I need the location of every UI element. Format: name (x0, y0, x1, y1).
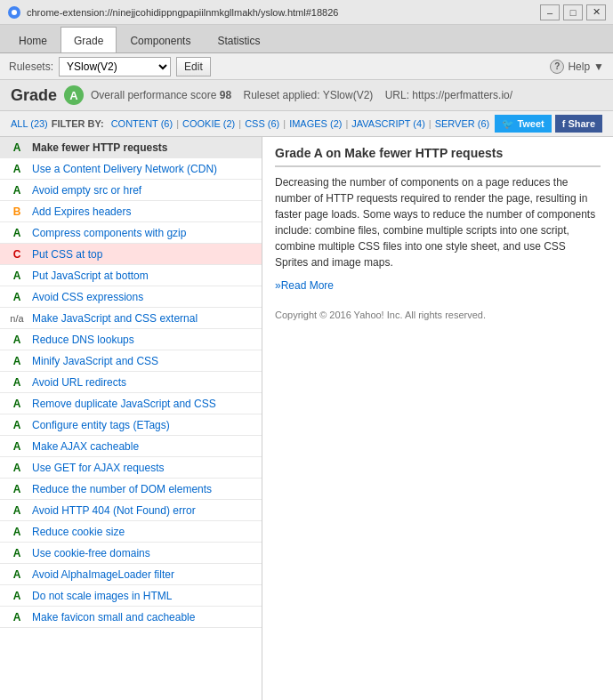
filter-by-label: FILTER BY: (52, 118, 104, 129)
rule-name-2[interactable]: Avoid empty src or href (32, 184, 141, 197)
rule-item-15[interactable]: A Use GET for AJAX requests (0, 457, 262, 479)
rule-name-22[interactable]: Make favicon small and cacheable (32, 611, 195, 624)
tab-components[interactable]: Components (117, 28, 204, 52)
rule-name-15[interactable]: Use GET for AJAX requests (32, 462, 165, 474)
grade-title: Grade (11, 86, 57, 105)
maximize-button[interactable]: □ (563, 4, 583, 20)
share-label: Share (568, 118, 595, 129)
main-content: A Make fewer HTTP requests A Use a Conte… (0, 137, 613, 700)
rule-name-3[interactable]: Add Expires headers (32, 205, 131, 218)
rule-item-18[interactable]: A Reduce cookie size (0, 521, 262, 543)
rule-name-12[interactable]: Remove duplicate JavaScript and CSS (32, 398, 216, 410)
close-button[interactable]: ✕ (586, 4, 606, 20)
rule-name-7[interactable]: Avoid CSS expressions (32, 291, 143, 303)
grade-badge: A (64, 85, 84, 105)
help-area: ? Help ▼ (550, 60, 604, 74)
rule-name-8[interactable]: Make JavaScript and CSS external (32, 312, 198, 325)
rule-name-19[interactable]: Use cookie-free domains (32, 547, 150, 559)
rule-grade-16: A (7, 483, 27, 495)
rule-name-5[interactable]: Put CSS at top (32, 248, 102, 261)
rule-name-6[interactable]: Put JavaScript at bottom (32, 270, 149, 282)
rule-item-5[interactable]: C Put CSS at top (0, 244, 262, 265)
rule-grade-21: A (7, 590, 27, 602)
filter-server[interactable]: SERVER (6) (435, 118, 490, 129)
rule-item-11[interactable]: A Avoid URL redirects (0, 372, 262, 393)
rule-name-4[interactable]: Compress components with gzip (32, 227, 186, 239)
share-button[interactable]: f Share (555, 115, 602, 133)
detail-title: Grade A on Make fewer HTTP requests (275, 146, 601, 167)
rule-item-17[interactable]: A Avoid HTTP 404 (Not Found) error (0, 500, 262, 521)
grade-header: Grade A Overall performance score 98 Rul… (0, 80, 613, 111)
rule-item-12[interactable]: A Remove duplicate JavaScript and CSS (0, 393, 262, 414)
toolbar: Rulesets: YSlow(V2) Classic(V1) Small Si… (0, 53, 613, 80)
rule-item-3[interactable]: B Add Expires headers (0, 201, 262, 222)
chrome-icon (7, 5, 21, 20)
rule-name-18[interactable]: Reduce cookie size (32, 526, 125, 538)
ruleset-select[interactable]: YSlow(V2) Classic(V1) Small Site or Blog… (59, 57, 171, 76)
rule-item-22[interactable]: A Make favicon small and cacheable (0, 607, 262, 628)
tab-grade[interactable]: Grade (60, 27, 117, 52)
rule-item-20[interactable]: A Avoid AlphaImageLoader filter (0, 564, 262, 585)
rule-grade-20: A (7, 568, 27, 581)
rule-grade-3: B (7, 205, 27, 218)
rule-grade-12: A (7, 398, 27, 410)
tab-home[interactable]: Home (5, 28, 60, 52)
rule-grade-0: A (7, 141, 27, 154)
rule-item-8[interactable]: n/a Make JavaScript and CSS external (0, 308, 262, 329)
rule-grade-5: C (7, 248, 27, 261)
rule-item-21[interactable]: A Do not scale images in HTML (0, 585, 262, 607)
window-controls: – □ ✕ (540, 4, 606, 20)
rule-item-0[interactable]: A Make fewer HTTP requests (0, 137, 262, 158)
rule-item-19[interactable]: A Use cookie-free domains (0, 543, 262, 564)
filter-bar: ALL (23) FILTER BY: CONTENT (6) | COOKIE… (0, 111, 613, 137)
filter-content[interactable]: CONTENT (6) (111, 118, 173, 129)
minimize-button[interactable]: – (540, 4, 560, 20)
filter-javascript[interactable]: JAVASCRIPT (4) (351, 118, 425, 129)
rule-name-1[interactable]: Use a Content Delivery Network (CDN) (32, 163, 217, 175)
rule-name-21[interactable]: Do not scale images in HTML (32, 590, 172, 602)
sep2: | (238, 118, 241, 129)
rule-item-4[interactable]: A Compress components with gzip (0, 222, 262, 244)
filter-cookie[interactable]: COOKIE (2) (182, 118, 235, 129)
help-label[interactable]: Help (568, 60, 590, 73)
filter-all[interactable]: ALL (23) (11, 118, 48, 129)
rule-name-9[interactable]: Reduce DNS lookups (32, 334, 134, 346)
rule-name-14[interactable]: Make AJAX cacheable (32, 440, 139, 453)
rule-grade-17: A (7, 504, 27, 517)
rule-name-20[interactable]: Avoid AlphaImageLoader filter (32, 568, 174, 581)
read-more-link[interactable]: »Read More (275, 279, 601, 292)
rules-list: A Make fewer HTTP requests A Use a Conte… (0, 137, 262, 700)
rule-item-2[interactable]: A Avoid empty src or href (0, 180, 262, 201)
help-icon[interactable]: ? (550, 60, 564, 74)
rule-name-11[interactable]: Avoid URL redirects (32, 376, 126, 389)
rule-grade-11: A (7, 376, 27, 389)
sep4: | (345, 118, 348, 129)
rule-item-16[interactable]: A Reduce the number of DOM elements (0, 479, 262, 500)
rule-grade-9: A (7, 334, 27, 346)
ruleset-label: Ruleset applied: YSlow(V2) (243, 89, 373, 101)
rule-item-6[interactable]: A Put JavaScript at bottom (0, 265, 262, 286)
rule-item-9[interactable]: A Reduce DNS lookups (0, 329, 262, 350)
edit-button[interactable]: Edit (176, 57, 211, 76)
tweet-button[interactable]: 🐦 Tweet (495, 115, 551, 133)
rule-name-17[interactable]: Avoid HTTP 404 (Not Found) error (32, 504, 196, 517)
rule-name-16[interactable]: Reduce the number of DOM elements (32, 483, 212, 495)
rule-grade-1: A (7, 163, 27, 175)
rule-grade-4: A (7, 227, 27, 239)
rule-item-13[interactable]: A Configure entity tags (ETags) (0, 414, 262, 436)
rule-grade-6: A (7, 270, 27, 282)
overall-score: 98 (220, 89, 231, 101)
rule-name-0: Make fewer HTTP requests (32, 141, 168, 154)
rule-name-10[interactable]: Minify JavaScript and CSS (32, 355, 158, 367)
rule-item-1[interactable]: A Use a Content Delivery Network (CDN) (0, 158, 262, 180)
tab-statistics[interactable]: Statistics (204, 28, 273, 52)
rule-item-14[interactable]: A Make AJAX cacheable (0, 436, 262, 457)
rule-name-13[interactable]: Configure entity tags (ETags) (32, 419, 170, 431)
rule-item-10[interactable]: A Minify JavaScript and CSS (0, 350, 262, 372)
filter-images[interactable]: IMAGES (2) (289, 118, 342, 129)
rule-item-7[interactable]: A Avoid CSS expressions (0, 286, 262, 308)
overall-label: Overall performance score (91, 89, 216, 101)
rule-grade-13: A (7, 419, 27, 431)
titlebar: chrome-extension://ninejjcohidippngpapii… (0, 0, 613, 25)
filter-css[interactable]: CSS (6) (245, 118, 279, 129)
